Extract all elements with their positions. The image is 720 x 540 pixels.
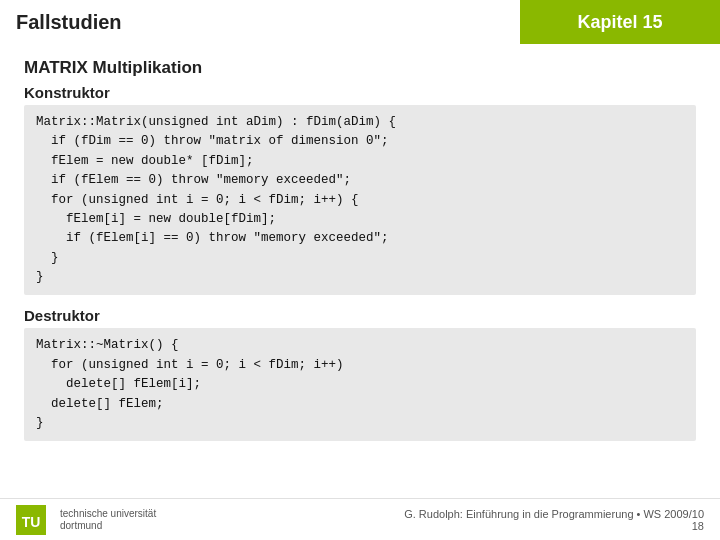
header-kapitel: Kapitel 15 bbox=[520, 0, 720, 44]
main-content: MATRIX Multiplikation Konstruktor Matrix… bbox=[0, 44, 720, 461]
tu-logo-icon: TU bbox=[16, 505, 46, 535]
footer: TU technische universität dortmund G. Ru… bbox=[0, 498, 720, 540]
konstruktor-label: Konstruktor bbox=[24, 84, 696, 101]
header: Fallstudien Kapitel 15 bbox=[0, 0, 720, 44]
footer-logo: TU technische universität dortmund bbox=[16, 505, 156, 535]
svg-text:TU: TU bbox=[22, 514, 41, 530]
section-title: MATRIX Multiplikation bbox=[24, 58, 696, 78]
destruktor-label: Destruktor bbox=[24, 307, 696, 324]
tu-logo: TU bbox=[16, 505, 46, 535]
destruktor-code: Matrix::~Matrix() { for (unsigned int i … bbox=[24, 328, 696, 441]
footer-citation: G. Rudolph: Einführung in die Programmie… bbox=[404, 508, 704, 532]
konstruktor-code: Matrix::Matrix(unsigned int aDim) : fDim… bbox=[24, 105, 696, 295]
header-title: Fallstudien bbox=[0, 0, 138, 44]
footer-university-name: technische universität dortmund bbox=[60, 508, 156, 532]
